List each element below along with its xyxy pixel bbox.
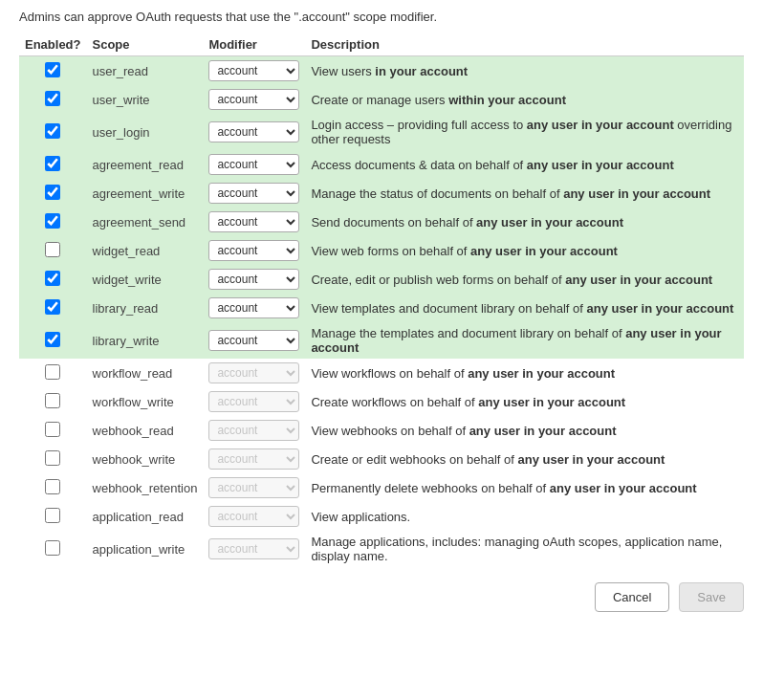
enabled-cell: [19, 387, 87, 416]
modifier-select[interactable]: accountselfgroup: [208, 362, 299, 383]
enabled-cell: [19, 85, 87, 114]
description-cell: Create or manage users within your accou…: [305, 85, 744, 114]
modifier-select[interactable]: accountselfgroup: [208, 477, 299, 498]
col-header-description: Description: [305, 33, 744, 56]
enabled-cell: [19, 445, 87, 473]
modifier-select[interactable]: accountselfgroup: [208, 330, 299, 351]
modifier-cell: accountselfgroup: [203, 387, 305, 416]
enabled-checkbox[interactable]: [45, 393, 60, 408]
enabled-checkbox[interactable]: [45, 242, 60, 257]
scope-cell: widget_read: [87, 236, 204, 265]
modifier-select[interactable]: accountselfgroup: [208, 269, 299, 290]
enabled-checkbox[interactable]: [45, 364, 60, 380]
enabled-checkbox[interactable]: [45, 213, 60, 229]
enabled-cell: [19, 322, 87, 359]
table-row: application_readaccountselfgroupView app…: [19, 502, 744, 531]
scope-cell: agreement_read: [87, 150, 204, 179]
scope-cell: webhook_read: [87, 416, 204, 445]
enabled-checkbox[interactable]: [45, 479, 60, 494]
description-cell: Access documents & data on behalf of any…: [305, 150, 744, 179]
enabled-checkbox[interactable]: [45, 123, 60, 139]
modifier-select[interactable]: accountselfgroup: [208, 240, 299, 261]
enabled-cell: [19, 56, 87, 86]
table-row: application_writeaccountselfgroupManage …: [19, 531, 744, 567]
enabled-checkbox[interactable]: [45, 91, 60, 106]
enabled-checkbox[interactable]: [45, 185, 60, 200]
scope-cell: application_write: [87, 531, 204, 567]
intro-text: Admins can approve OAuth requests that u…: [19, 10, 744, 24]
table-row: library_readaccountselfgroupView templat…: [19, 294, 744, 322]
enabled-checkbox[interactable]: [45, 156, 60, 171]
modifier-cell: accountselfgroup: [203, 265, 305, 294]
modifier-cell: accountselfgroup: [203, 236, 305, 265]
enabled-cell: [19, 150, 87, 179]
modifier-select[interactable]: accountselfgroup: [208, 60, 299, 81]
modifier-select[interactable]: accountselfgroup: [208, 121, 299, 142]
enabled-cell: [19, 265, 87, 294]
description-cell: Create or edit webhooks on behalf of any…: [305, 445, 744, 473]
description-cell: Permanently delete webhooks on behalf of…: [305, 473, 744, 502]
modifier-select[interactable]: accountselfgroup: [208, 420, 299, 441]
modifier-cell: accountselfgroup: [203, 179, 305, 208]
modifier-cell: accountselfgroup: [203, 56, 305, 86]
modifier-cell: accountselfgroup: [203, 416, 305, 445]
modifier-select[interactable]: accountselfgroup: [208, 211, 299, 232]
scope-cell: application_read: [87, 502, 204, 531]
enabled-cell: [19, 502, 87, 531]
modifier-cell: accountselfgroup: [203, 294, 305, 322]
modifier-cell: accountselfgroup: [203, 359, 305, 387]
scope-cell: widget_write: [87, 265, 204, 294]
description-cell: Manage applications, includes: managing …: [305, 531, 744, 567]
scope-cell: workflow_read: [87, 359, 204, 387]
cancel-button[interactable]: Cancel: [595, 582, 669, 612]
enabled-cell: [19, 179, 87, 208]
modifier-cell: accountselfgroup: [203, 502, 305, 531]
table-row: widget_readaccountselfgroupView web form…: [19, 236, 744, 265]
save-button: Save: [679, 582, 744, 612]
modifier-cell: accountselfgroup: [203, 322, 305, 359]
enabled-cell: [19, 114, 87, 150]
enabled-cell: [19, 531, 87, 567]
enabled-checkbox[interactable]: [45, 450, 60, 466]
table-row: workflow_writeaccountselfgroupCreate wor…: [19, 387, 744, 416]
scope-cell: library_write: [87, 322, 204, 359]
modifier-select[interactable]: accountselfgroup: [208, 391, 299, 412]
table-row: user_loginaccountselfgroupLogin access –…: [19, 114, 744, 150]
modifier-select[interactable]: accountselfgroup: [208, 297, 299, 318]
modifier-select[interactable]: accountselfgroup: [208, 89, 299, 110]
scope-cell: library_read: [87, 294, 204, 322]
enabled-cell: [19, 208, 87, 236]
modifier-select[interactable]: accountselfgroup: [208, 538, 299, 559]
enabled-checkbox[interactable]: [45, 271, 60, 286]
scope-cell: user_read: [87, 56, 204, 86]
enabled-cell: [19, 416, 87, 445]
modifier-cell: accountselfgroup: [203, 445, 305, 473]
table-row: agreement_writeaccountselfgroupManage th…: [19, 179, 744, 208]
description-cell: Create workflows on behalf of any user i…: [305, 387, 744, 416]
modifier-select[interactable]: accountselfgroup: [208, 506, 299, 527]
modifier-select[interactable]: accountselfgroup: [208, 183, 299, 204]
description-cell: View workflows on behalf of any user in …: [305, 359, 744, 387]
table-row: workflow_readaccountselfgroupView workfl…: [19, 359, 744, 387]
description-cell: Manage the status of documents on behalf…: [305, 179, 744, 208]
col-header-scope: Scope: [87, 33, 204, 56]
description-cell: View webhooks on behalf of any user in y…: [305, 416, 744, 445]
table-row: webhook_writeaccountselfgroupCreate or e…: [19, 445, 744, 473]
description-cell: Manage the templates and document librar…: [305, 322, 744, 359]
enabled-checkbox[interactable]: [45, 62, 60, 77]
enabled-checkbox[interactable]: [45, 422, 60, 437]
scope-cell: webhook_write: [87, 445, 204, 473]
enabled-cell: [19, 359, 87, 387]
scopes-table: Enabled? Scope Modifier Description user…: [19, 33, 744, 567]
enabled-cell: [19, 473, 87, 502]
enabled-cell: [19, 294, 87, 322]
enabled-checkbox[interactable]: [45, 332, 60, 347]
enabled-checkbox[interactable]: [45, 508, 60, 523]
footer: Cancel Save: [19, 582, 744, 612]
modifier-select[interactable]: accountselfgroup: [208, 448, 299, 470]
description-cell: View applications.: [305, 502, 744, 531]
enabled-checkbox[interactable]: [45, 299, 60, 315]
scope-cell: agreement_write: [87, 179, 204, 208]
modifier-select[interactable]: accountselfgroup: [208, 154, 299, 175]
enabled-checkbox[interactable]: [45, 540, 60, 556]
